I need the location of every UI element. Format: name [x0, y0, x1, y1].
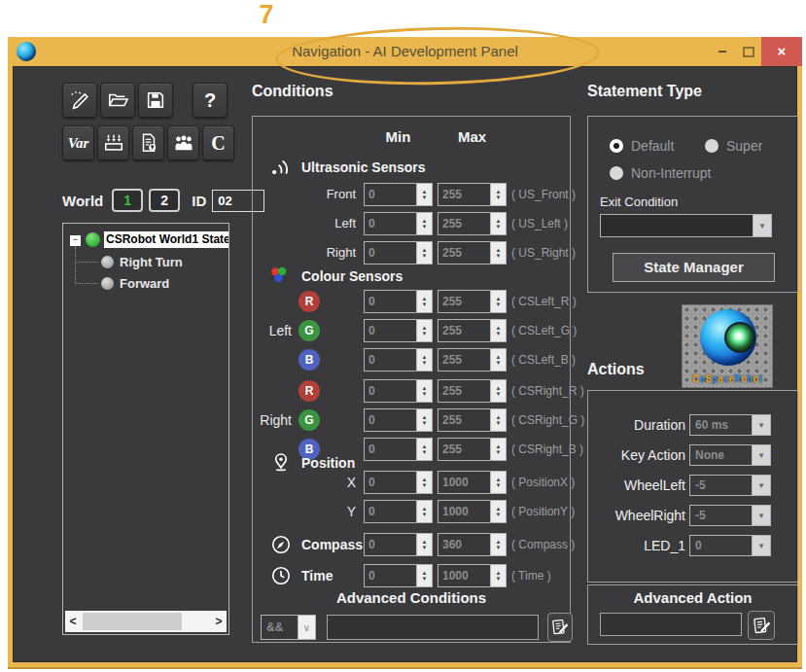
duration-dropdown[interactable]: 60 ms▾: [689, 414, 771, 436]
spin-up-icon[interactable]: ▲: [496, 540, 502, 545]
tree-item-forward[interactable]: Forward: [120, 276, 169, 291]
spin-down-icon[interactable]: ▼: [422, 483, 428, 488]
spin-down-icon[interactable]: ▼: [496, 421, 502, 426]
spin-up-icon[interactable]: ▲: [422, 540, 428, 545]
max-spinner[interactable]: 1000▲▼: [438, 500, 507, 523]
spin-up-icon[interactable]: ▲: [422, 444, 428, 449]
min-spinner[interactable]: 0▲▼: [364, 564, 433, 587]
spin-down-icon[interactable]: ▼: [496, 332, 502, 336]
dropdown-arrow-icon[interactable]: ▾: [752, 536, 770, 555]
min-spinner[interactable]: 0▲▼: [364, 183, 433, 206]
spinner-buttons[interactable]: ▲▼: [416, 501, 432, 522]
spin-up-icon[interactable]: ▲: [422, 219, 428, 224]
spin-down-icon[interactable]: ▼: [422, 254, 428, 259]
spin-down-icon[interactable]: ▼: [496, 577, 502, 582]
min-spinner[interactable]: 0▲▼: [364, 471, 433, 494]
max-spinner[interactable]: 255▲▼: [438, 290, 507, 313]
spinner-buttons[interactable]: ▲▼: [490, 534, 506, 555]
spin-down-icon[interactable]: ▼: [422, 513, 428, 517]
dropdown-arrow-icon[interactable]: ▾: [752, 476, 770, 495]
radio-super[interactable]: Super: [705, 138, 762, 154]
min-spinner[interactable]: 0▲▼: [364, 241, 433, 265]
spinner-buttons[interactable]: ▲▼: [490, 501, 506, 522]
spinner-buttons[interactable]: ▲▼: [490, 349, 506, 371]
radio-selected-icon[interactable]: [610, 139, 623, 153]
max-spinner[interactable]: 255▲▼: [438, 379, 507, 403]
spin-up-icon[interactable]: ▲: [496, 297, 502, 301]
tree-root-item[interactable]: CSRobot World1 State: [104, 231, 228, 248]
spinner-buttons[interactable]: ▲▼: [490, 242, 506, 264]
select-chevron-icon[interactable]: ∨: [298, 616, 315, 639]
spin-up-icon[interactable]: ▲: [496, 477, 502, 482]
edit-state-button[interactable]: [62, 83, 97, 118]
variables-button[interactable]: Var: [62, 125, 94, 160]
spin-down-icon[interactable]: ▼: [496, 483, 502, 488]
save-button[interactable]: [138, 83, 173, 118]
spin-up-icon[interactable]: ▲: [422, 190, 428, 195]
spinner-buttons[interactable]: ▲▼: [490, 320, 506, 341]
minimize-button[interactable]: –: [709, 37, 736, 66]
wheel-left-dropdown[interactable]: -5▾: [689, 475, 771, 496]
spinner-buttons[interactable]: ▲▼: [490, 409, 506, 431]
min-spinner[interactable]: 0▲▼: [364, 500, 433, 523]
max-spinner[interactable]: 255▲▼: [438, 348, 507, 371]
min-spinner[interactable]: 0▲▼: [364, 290, 433, 313]
spin-down-icon[interactable]: ▼: [422, 195, 428, 200]
world-2-button[interactable]: 2: [149, 189, 180, 212]
spinner-buttons[interactable]: ▲▼: [490, 213, 506, 234]
spin-up-icon[interactable]: ▲: [496, 248, 502, 253]
spinner-buttons[interactable]: ▲▼: [416, 380, 432, 402]
spin-down-icon[interactable]: ▼: [422, 421, 428, 426]
download-to-robot-button[interactable]: [97, 125, 129, 160]
spinner-buttons[interactable]: ▲▼: [416, 472, 432, 493]
spin-up-icon[interactable]: ▲: [422, 477, 428, 482]
spinner-buttons[interactable]: ▲▼: [490, 472, 506, 493]
min-spinner[interactable]: 0▲▼: [364, 348, 433, 371]
wheel-right-dropdown[interactable]: -5▾: [689, 505, 771, 526]
spin-down-icon[interactable]: ▼: [422, 332, 428, 336]
spinner-buttons[interactable]: ▲▼: [490, 291, 506, 312]
max-spinner[interactable]: 255▲▼: [438, 319, 507, 342]
min-spinner[interactable]: 0▲▼: [364, 379, 433, 403]
edit-conditions-button[interactable]: [547, 613, 573, 642]
spin-down-icon[interactable]: ▼: [496, 546, 502, 550]
max-spinner[interactable]: 255▲▼: [438, 212, 507, 235]
spin-up-icon[interactable]: ▲: [496, 190, 502, 195]
key-action-dropdown[interactable]: None▾: [689, 444, 771, 466]
logic-operator-select[interactable]: && ∨: [261, 615, 316, 640]
spin-down-icon[interactable]: ▼: [422, 302, 428, 307]
exit-condition-dropdown[interactable]: ▾: [600, 214, 772, 237]
state-manager-button[interactable]: State Manager: [613, 253, 775, 282]
spinner-buttons[interactable]: ▲▼: [416, 213, 432, 234]
spin-up-icon[interactable]: ▲: [496, 219, 502, 224]
spin-down-icon[interactable]: ▼: [422, 546, 428, 550]
spinner-buttons[interactable]: ▲▼: [416, 242, 432, 264]
spinner-buttons[interactable]: ▲▼: [416, 320, 432, 341]
min-spinner[interactable]: 0▲▼: [364, 212, 433, 235]
edit-action-button[interactable]: [748, 611, 775, 640]
max-spinner[interactable]: 1000▲▼: [438, 564, 507, 587]
help-button[interactable]: ?: [193, 83, 228, 118]
scroll-left-arrow[interactable]: <: [65, 611, 81, 632]
dropdown-arrow-icon[interactable]: ▾: [752, 415, 770, 435]
dropdown-arrow-icon[interactable]: ▾: [752, 445, 770, 465]
radio-non-interrupt[interactable]: Non-Interrupt: [610, 165, 711, 181]
spinner-buttons[interactable]: ▲▼: [416, 291, 432, 312]
close-button[interactable]: ×: [761, 37, 802, 66]
spinner-buttons[interactable]: ▲▼: [490, 184, 506, 205]
tree-item-right-turn[interactable]: Right Turn: [120, 255, 183, 269]
scrollbar-thumb[interactable]: [83, 613, 182, 630]
spin-down-icon[interactable]: ▼: [496, 254, 502, 259]
min-spinner[interactable]: 0▲▼: [364, 533, 433, 556]
min-spinner[interactable]: 0▲▼: [364, 408, 433, 432]
spin-up-icon[interactable]: ▲: [422, 386, 428, 391]
max-spinner[interactable]: 360▲▼: [438, 533, 507, 556]
spin-up-icon[interactable]: ▲: [422, 355, 428, 360]
maximize-button[interactable]: [736, 37, 761, 66]
spin-up-icon[interactable]: ▲: [496, 386, 502, 391]
spin-up-icon[interactable]: ▲: [496, 355, 502, 360]
spinner-buttons[interactable]: ▲▼: [416, 565, 432, 586]
max-spinner[interactable]: 255▲▼: [438, 241, 507, 265]
spinner-buttons[interactable]: ▲▼: [416, 184, 432, 205]
team-button[interactable]: [167, 125, 199, 160]
